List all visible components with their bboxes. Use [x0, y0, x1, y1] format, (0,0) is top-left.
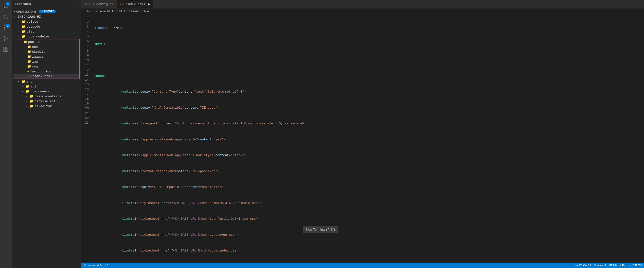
- tab-bar: JS vue.config.js </> index.html: [81, 0, 644, 9]
- city-select-chevron: ›: [26, 100, 28, 103]
- line-num-21: 21: [81, 111, 91, 116]
- encoding[interactable]: UTF-8: [609, 264, 617, 267]
- vscode-chevron: ›: [18, 25, 21, 28]
- run-icon[interactable]: [1, 33, 11, 43]
- folder-icon: 📁: [23, 40, 27, 44]
- files-badge: 1: [6, 2, 10, 6]
- files-icon[interactable]: 1: [1, 1, 11, 11]
- api-chevron: ›: [22, 85, 25, 88]
- svg-rect-8: [4, 50, 6, 51]
- ckeditor-label: ckeditor: [32, 50, 47, 54]
- line-num-16: 16: [81, 87, 91, 92]
- svg-point-2: [4, 28, 6, 30]
- open-editors-label: OPEN EDITORS: [16, 10, 36, 13]
- sidebar-item-cdn[interactable]: › 📁 cdn: [13, 44, 80, 49]
- folder-icon: 📁: [22, 80, 26, 83]
- line-num-23: 23: [81, 120, 91, 125]
- sidebar: EXPLORER ··· ▾ OPEN EDITORS 1 UNSAVED ▾ …: [12, 0, 81, 268]
- tab-vue-config[interactable]: JS vue.config.js: [81, 0, 117, 8]
- folder-icon: 📁: [27, 60, 31, 63]
- line-num-15: 15: [81, 82, 91, 87]
- sidebar-item-gitee[interactable]: › 📁 .gitee: [12, 19, 81, 24]
- folder-icon: 📁: [30, 99, 34, 103]
- sidebar-item-el-editor[interactable]: › 📁 el-editor: [12, 104, 81, 109]
- sidebar-item-basic-container[interactable]: › 📁 basic-container: [12, 94, 81, 99]
- line-num-1: 1: [81, 15, 91, 20]
- basic-container-label: basic-container: [34, 95, 63, 98]
- breadcrumb-public[interactable]: public: [84, 9, 92, 13]
- cdn-chevron: ›: [23, 45, 26, 48]
- root-chevron: ▾: [14, 15, 17, 18]
- breadcrumb-sep2: ›: [114, 9, 115, 13]
- city-select-label: city-select: [34, 99, 56, 103]
- basic-container-chevron: ›: [26, 95, 28, 98]
- line-num-7: 7: [81, 44, 91, 48]
- sidebar-item-dist[interactable]: › 📁 dist: [12, 29, 81, 34]
- folder-icon: 📁: [22, 34, 26, 38]
- node-modules-label: node_modules: [27, 35, 50, 38]
- status-bar: ⎇ master ⊗ 0 ⚠ 0 Ln 17, Col 12 Spaces: 4…: [81, 263, 644, 268]
- errors-count[interactable]: ⊗ 0: [97, 264, 102, 267]
- folder-icon: 📁: [22, 20, 26, 24]
- sidebar-item-api[interactable]: › 📁 api: [12, 84, 81, 89]
- code-lines: <!DOCTYPE html> <html> <head> <meta http…: [93, 14, 644, 263]
- code-line-4: <head>: [93, 74, 644, 79]
- public-label: public: [28, 40, 40, 44]
- spaces[interactable]: Spaces: 4: [594, 264, 606, 267]
- breadcrumb-title[interactable]: title: [144, 9, 149, 13]
- folder-icon: 📁: [27, 64, 31, 68]
- file-tree: ▾ ZMSJ-DAAS-UI › 📁 .gitee › 📁 .vscode › …: [12, 14, 81, 268]
- breadcrumb-head[interactable]: head: [132, 9, 138, 13]
- line-num-2: 2: [81, 20, 91, 25]
- sidebar-item-city-select[interactable]: › 📁 city-select: [12, 99, 81, 104]
- sidebar-item-img[interactable]: › 📁 img: [13, 59, 80, 64]
- tab-index-html[interactable]: </> index.html: [117, 0, 153, 8]
- sidebar-item-node-modules[interactable]: › 📁 node_modules: [12, 34, 81, 39]
- editor[interactable]: 1 2 3 4 5 6 7 8 9 10 11 12 13 14 15 16 1…: [81, 14, 644, 263]
- sidebar-item-src[interactable]: ▾ 📁 src: [12, 79, 81, 84]
- tab-index-html-label: index.html: [126, 2, 145, 6]
- sidebar-menu-button[interactable]: ···: [74, 2, 78, 6]
- line-num-13: 13: [81, 72, 91, 77]
- js-file-icon: JS: [84, 3, 87, 6]
- breadcrumb-html-tag-icon: ⬡: [116, 10, 118, 13]
- line-num-19: 19: [81, 101, 91, 106]
- folder-icon: 📁: [26, 84, 30, 88]
- code-line-1: <!DOCTYPE html>: [93, 26, 644, 31]
- main-area: JS vue.config.js </> index.html public ›…: [81, 0, 644, 268]
- code-line-7: <meta name="viewport" content="width=dev…: [93, 121, 644, 126]
- sidebar-item-svg[interactable]: › 📁 svg: [13, 64, 80, 69]
- line-num-10: 10: [81, 58, 91, 63]
- cursor-position[interactable]: Ln 17, Col 12: [575, 264, 591, 267]
- extensions-icon[interactable]: [1, 44, 11, 54]
- code-line-8: <meta name="apple-mobile-web-app-capable…: [93, 137, 644, 142]
- sidebar-header: EXPLORER ···: [12, 0, 81, 8]
- line-num-22: 22: [81, 116, 91, 121]
- source-control-icon[interactable]: 1: [1, 23, 11, 32]
- sidebar-item-ckeditor[interactable]: › 📁 ckeditor: [13, 49, 80, 54]
- sidebar-item-components[interactable]: ▾ 📁 components: [12, 89, 81, 94]
- images-chevron: ›: [23, 55, 26, 58]
- svg-rect-9: [6, 50, 8, 51]
- code-line-10: <meta name="format-detection" content="t…: [93, 169, 644, 174]
- sidebar-item-images[interactable]: › 📁 images: [13, 54, 80, 59]
- git-branch[interactable]: ⎇ master: [83, 264, 95, 267]
- sidebar-item-public[interactable]: ▾ 📁 public: [13, 39, 80, 44]
- search-icon[interactable]: [1, 12, 11, 22]
- breadcrumb-index-html[interactable]: index.html: [99, 9, 113, 13]
- sidebar-item-favicon[interactable]: › ★ favicon.ico: [13, 69, 80, 74]
- folder-icon: 📁: [22, 29, 26, 33]
- sidebar-item-index-html[interactable]: › </> index.html: [13, 74, 80, 79]
- open-editors-toggle[interactable]: ▾ OPEN EDITORS 1 UNSAVED: [12, 9, 81, 13]
- open-editors-section: ▾ OPEN EDITORS 1 UNSAVED: [12, 8, 81, 14]
- sidebar-item-root[interactable]: ▾ ZMSJ-DAAS-UI: [12, 14, 81, 19]
- breadcrumb-html[interactable]: html: [119, 9, 125, 13]
- svg-line-1: [7, 18, 8, 19]
- line-num-3: 3: [81, 24, 91, 29]
- sidebar-item-vscode[interactable]: › 📁 .vscode: [12, 24, 81, 29]
- warnings-count[interactable]: ⚠ 0: [104, 264, 108, 267]
- breadcrumb-sep1: ›: [92, 9, 94, 13]
- el-editor-chevron: ›: [26, 105, 28, 108]
- language-mode[interactable]: HTML: [620, 264, 627, 267]
- folder-icon: 📁: [30, 94, 34, 98]
